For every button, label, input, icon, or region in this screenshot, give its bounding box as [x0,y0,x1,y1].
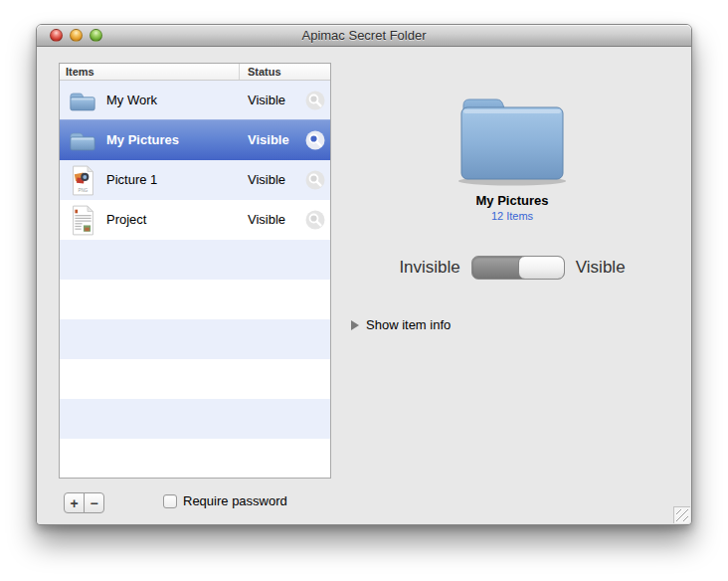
require-password-label: Require password [183,493,287,508]
table-header: Items Status [60,64,330,81]
table-row-project[interactable]: Project Visible [60,200,330,240]
item-name: My Pictures [106,132,179,147]
folder-icon [66,86,99,115]
column-divider[interactable] [239,64,240,80]
item-count-label: 12 Items [331,210,693,222]
screenshot: Apimac Secret Folder Items Status My Wor… [0,0,728,581]
magnifier-icon[interactable] [304,129,326,151]
remove-item-button[interactable]: − [84,492,104,513]
column-header-items[interactable]: Items [66,66,94,78]
column-header-status[interactable]: Status [248,66,281,78]
window-content: Items Status My Work Visible My Pictures… [37,47,691,524]
table-rows: My Work Visible My Pictures Visible PNG … [60,81,330,478]
item-name: My Work [106,93,157,107]
table-row-my-pictures[interactable]: My Pictures Visible [60,119,330,160]
items-table: Items Status My Work Visible My Pictures… [59,63,331,479]
add-item-button[interactable]: + [64,492,85,513]
magnifier-icon[interactable] [304,169,326,191]
folder-icon [66,125,99,155]
selected-folder-name: My Pictures [331,193,693,208]
table-row-my-work[interactable]: My Work Visible [60,81,330,120]
item-status: Visible [248,172,285,187]
disclosure-triangle-icon[interactable] [351,320,359,330]
item-status: Visible [248,93,285,107]
item-status: Visible [248,132,289,147]
show-item-info[interactable]: Show item info [351,317,451,332]
resize-grip-icon[interactable] [673,506,690,523]
table-row-picture-1[interactable]: PNG Picture 1 Visible [60,160,330,200]
window-title: Apimac Secret Folder [37,28,691,43]
titlebar[interactable]: Apimac Secret Folder [37,25,691,47]
item-name: Picture 1 [106,172,157,187]
app-window: Apimac Secret Folder Items Status My Wor… [36,24,692,525]
visible-label: Visible [576,258,626,278]
require-password-checkbox[interactable] [163,494,177,508]
item-name: Project [106,212,146,227]
invisible-label: Invisible [399,258,459,278]
magnifier-icon[interactable] [304,90,326,111]
visibility-toggle-row: Invisible Visible [331,256,693,280]
item-status: Visible [248,212,285,227]
show-item-info-label: Show item info [366,317,451,332]
require-password-row: Require password [163,493,287,508]
switch-knob[interactable] [518,256,565,280]
document-icon [66,205,99,235]
big-folder-icon [449,87,576,188]
detail-pane: My Pictures 12 Items Invisible Visible S… [331,47,693,526]
svg-text:PNG: PNG [78,188,88,193]
png-file-icon: PNG [66,165,99,195]
add-remove-segment: + − [64,492,104,513]
magnifier-icon[interactable] [304,209,326,231]
visibility-switch[interactable] [471,256,565,280]
